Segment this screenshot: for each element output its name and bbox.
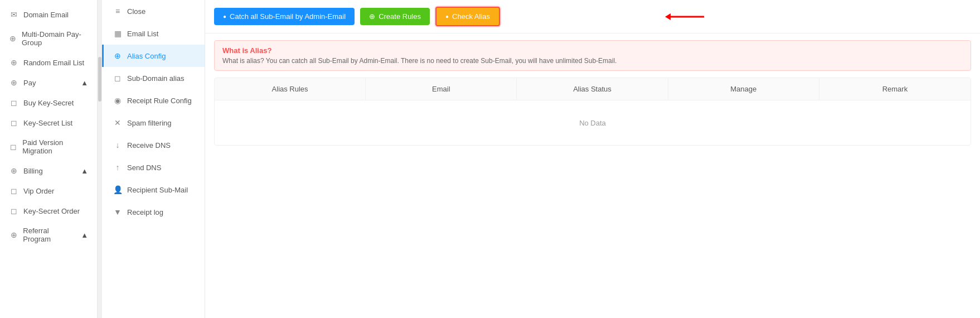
info-title: What is Alias? <box>222 46 963 55</box>
sidebar-label-paid-migration: Paid Version Migration <box>22 138 88 155</box>
buy-key-secret-icon: ◻ <box>9 98 19 107</box>
sidebar-item-random-email[interactable]: ⊕ Random Email List <box>0 52 97 73</box>
sidebar-label-pay: Pay <box>23 79 36 87</box>
sidebar-label-referral: Referral Program <box>23 227 76 243</box>
random-email-icon: ⊕ <box>9 58 19 67</box>
sidebar-item-key-secret-order[interactable]: ◻ Key-Secret Order <box>0 201 97 221</box>
nav-label-close: Close <box>127 7 145 16</box>
sidebar-label-key-secret-list: Key-Secret List <box>23 119 72 127</box>
table-header: Alias Rules Email Alias Status Manage Re… <box>215 78 971 100</box>
nav-label-sub-domain-alias: Sub-Domain alias <box>127 74 185 83</box>
create-rules-button[interactable]: ⊕ Create Rules <box>360 8 430 25</box>
sidebar-item-domain-email[interactable]: ✉ Domain Email <box>0 4 97 25</box>
info-description: What is alias? You can catch all Sub-Ema… <box>222 57 963 65</box>
nav-item-spam-filtering[interactable]: ✕ Spam filtering <box>102 112 205 134</box>
scrollbar-track[interactable] <box>98 0 102 318</box>
middle-nav: ≡ Close ▦ Email List ⊕ Alias Config ◻ Su… <box>102 0 205 318</box>
table-body: No Data <box>215 100 971 145</box>
nav-item-email-list[interactable]: ▦ Email List <box>102 22 205 45</box>
sidebar-item-vip-order[interactable]: ◻ Vip Order <box>0 181 97 201</box>
nav-label-receive-dns: Receive DNS <box>127 141 171 150</box>
col-alias-status: Alias Status <box>517 78 668 100</box>
nav-item-close[interactable]: ≡ Close <box>102 0 205 22</box>
send-dns-icon: ↑ <box>113 163 123 172</box>
paid-migration-icon: ◻ <box>9 142 18 151</box>
toolbar: ● Catch all Sub-Email by Admin-Email ⊕ C… <box>205 0 980 33</box>
receive-dns-icon: ↓ <box>113 141 123 150</box>
catch-all-button[interactable]: ● Catch all Sub-Email by Admin-Email <box>214 8 355 25</box>
domain-email-icon: ✉ <box>9 10 19 19</box>
col-email: Email <box>366 78 517 100</box>
nav-label-send-dns: Send DNS <box>127 163 161 172</box>
sub-domain-alias-icon: ◻ <box>113 74 123 83</box>
nav-item-alias-config[interactable]: ⊕ Alias Config <box>102 45 205 67</box>
red-arrow-svg <box>662 8 707 25</box>
sidebar-item-buy-key-secret[interactable]: ◻ Buy Key-Secret <box>0 93 97 113</box>
col-manage: Manage <box>668 78 819 100</box>
vip-order-icon: ◻ <box>9 186 19 195</box>
sidebar-item-paid-version-migration[interactable]: ◻ Paid Version Migration <box>0 133 97 161</box>
empty-text: No Data <box>579 119 606 127</box>
nav-item-sub-domain-alias[interactable]: ◻ Sub-Domain alias <box>102 67 205 89</box>
col-alias-rules: Alias Rules <box>215 78 366 100</box>
nav-item-recipient-sub-mail[interactable]: 👤 Recipient Sub-Mail <box>102 179 205 201</box>
col-remark: Remark <box>819 78 971 100</box>
sidebar-label-random-email: Random Email List <box>23 59 84 67</box>
arrow-annotation <box>662 8 707 25</box>
multi-domain-icon: ⊕ <box>9 34 17 43</box>
check-alias-icon: ● <box>445 13 449 20</box>
receipt-log-icon: ▼ <box>113 208 123 216</box>
sidebar-label-buy-key-secret: Buy Key-Secret <box>23 99 74 107</box>
sidebar-item-key-secret-list[interactable]: ◻ Key-Secret List <box>0 113 97 133</box>
sidebar-label-multi-domain: Multi-Domain Pay-Group <box>22 30 88 47</box>
sidebar-item-referral[interactable]: ⊕ Referral Program ▲ <box>0 221 97 249</box>
sidebar-label-domain-email: Domain Email <box>23 11 69 19</box>
recipient-sub-mail-icon: 👤 <box>113 185 123 194</box>
sidebar-label-vip-order: Vip Order <box>23 187 54 195</box>
receipt-rule-icon: ◉ <box>113 96 123 105</box>
billing-icon: ⊕ <box>9 166 19 175</box>
nav-label-receipt-rule-config: Receipt Rule Config <box>127 97 192 105</box>
create-rules-icon: ⊕ <box>369 12 375 21</box>
nav-item-receipt-rule-config[interactable]: ◉ Receipt Rule Config <box>102 89 205 112</box>
create-rules-label: Create Rules <box>379 12 421 21</box>
check-alias-label: Check Alias <box>452 12 490 21</box>
catch-all-icon: ● <box>223 13 226 20</box>
sidebar-label-key-secret-order: Key-Secret Order <box>23 207 80 215</box>
scrollbar-thumb[interactable] <box>98 57 101 102</box>
sidebar-item-billing[interactable]: ⊕ Billing ▲ <box>0 161 97 181</box>
email-list-icon: ▦ <box>113 29 123 38</box>
close-nav-icon: ≡ <box>113 7 123 16</box>
nav-label-alias-config: Alias Config <box>127 52 166 60</box>
main-content: ● Catch all Sub-Email by Admin-Email ⊕ C… <box>205 0 980 318</box>
billing-arrow-icon: ▲ <box>81 167 88 175</box>
sidebar-item-multi-domain[interactable]: ⊕ Multi-Domain Pay-Group <box>0 25 97 52</box>
spam-filtering-icon: ✕ <box>113 118 123 127</box>
referral-icon: ⊕ <box>9 230 18 239</box>
nav-label-recipient-sub-mail: Recipient Sub-Mail <box>127 186 188 194</box>
catch-all-label: Catch all Sub-Email by Admin-Email <box>230 12 346 21</box>
nav-label-email-list: Email List <box>127 30 158 38</box>
key-secret-order-icon: ◻ <box>9 206 19 215</box>
sidebar-label-billing: Billing <box>23 167 43 175</box>
pay-arrow-icon: ▲ <box>81 79 88 87</box>
nav-label-spam-filtering: Spam filtering <box>127 119 171 127</box>
left-sidebar: ✉ Domain Email ⊕ Multi-Domain Pay-Group … <box>0 0 98 318</box>
check-alias-button[interactable]: ● Check Alias <box>435 7 500 26</box>
info-box: What is Alias? What is alias? You can ca… <box>214 40 971 71</box>
alias-config-icon: ⊕ <box>113 51 123 60</box>
svg-marker-1 <box>665 13 671 20</box>
nav-label-receipt-log: Receipt log <box>127 208 163 216</box>
referral-arrow-icon: ▲ <box>81 231 88 239</box>
key-secret-list-icon: ◻ <box>9 118 19 127</box>
sidebar-item-pay[interactable]: ⊕ Pay ▲ <box>0 73 97 93</box>
nav-item-receive-dns[interactable]: ↓ Receive DNS <box>102 134 205 156</box>
table-container: Alias Rules Email Alias Status Manage Re… <box>214 78 971 146</box>
nav-item-receipt-log[interactable]: ▼ Receipt log <box>102 201 205 223</box>
pay-icon: ⊕ <box>9 78 19 87</box>
nav-item-send-dns[interactable]: ↑ Send DNS <box>102 156 205 179</box>
